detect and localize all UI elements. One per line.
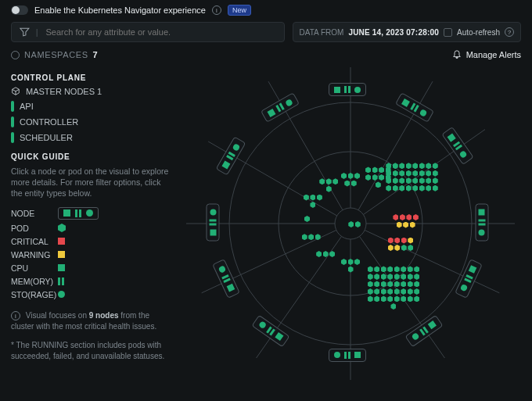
pod-cluster[interactable]	[301, 195, 325, 209]
critical-glyph	[58, 238, 65, 245]
quick-guide-heading: QUICK GUIDE	[11, 152, 169, 161]
cluster-wheel[interactable]	[177, 67, 524, 380]
namespaces-label: NAMESPACES	[24, 50, 88, 59]
data-from-label: DATA FROM	[300, 28, 344, 37]
pod-cluster[interactable]	[317, 178, 340, 192]
data-from-pill[interactable]: DATA FROM JUNE 14, 2023 07:28:00 Auto-re…	[293, 22, 521, 42]
pod-cluster[interactable]	[296, 216, 319, 222]
data-from-value: JUNE 14, 2023 07:28:00	[348, 28, 439, 37]
legend-node[interactable]: NODE	[11, 207, 169, 220]
footnote-running: * The RUNNING section includes pods with…	[11, 340, 169, 362]
controller-label: CONTROLLER	[20, 117, 78, 127]
filter-icon	[20, 27, 30, 37]
node-glyph	[58, 207, 99, 220]
legend-critical[interactable]: CRITICAL	[11, 237, 169, 246]
manage-alerts-button[interactable]: Manage Alerts	[452, 50, 521, 59]
control-plane-heading: CONTROL PLANE	[11, 73, 169, 82]
legend-node-label: NODE	[11, 209, 52, 218]
pod-cluster[interactable]	[385, 163, 440, 192]
pod-cluster[interactable]	[339, 173, 362, 187]
cpu-glyph	[58, 264, 65, 271]
node-capsule[interactable]	[329, 83, 366, 96]
namespaces-count: 7	[93, 50, 99, 59]
storage-glyph	[58, 291, 65, 298]
info-icon: i	[11, 311, 20, 320]
footnote-focus: i Visual focuses on 9 nodes from the clu…	[11, 310, 169, 332]
pod-cluster[interactable]	[314, 251, 337, 257]
api-label: API	[20, 102, 34, 111]
feature-toggle-label: Enable the Kubernetes Navigator experien…	[34, 5, 206, 15]
pod-cluster[interactable]	[386, 238, 415, 252]
status-bar-icon	[11, 132, 14, 143]
info-icon[interactable]: i	[212, 5, 221, 15]
legend-warning[interactable]: WARNING	[11, 250, 169, 260]
legend-cpu-label: CPU	[11, 263, 52, 273]
namespaces-summary[interactable]: NAMESPACES 7	[11, 50, 98, 59]
scheduler-item[interactable]: SCHEDULER	[11, 132, 169, 143]
help-icon[interactable]: ?	[505, 27, 514, 37]
bell-icon	[452, 50, 462, 59]
legend-critical-label: CRITICAL	[11, 237, 52, 246]
autorefresh-checkbox[interactable]	[444, 28, 452, 37]
new-badge: New	[228, 5, 251, 16]
legend-memory[interactable]: MEM(ORY)	[11, 277, 169, 286]
legend-storage[interactable]: STO(RAGE)	[11, 290, 169, 299]
api-item[interactable]: API	[11, 101, 169, 112]
status-bar-icon	[11, 101, 14, 112]
namespace-icon	[11, 51, 20, 59]
pod-cluster[interactable]	[392, 214, 420, 228]
node-capsule[interactable]	[475, 204, 488, 242]
master-nodes-label: MASTER NODES 1	[26, 87, 102, 96]
quick-guide-body: Click a node or pod on the visual to exp…	[11, 166, 169, 199]
warning-glyph	[58, 251, 65, 258]
legend-cpu[interactable]: CPU	[11, 263, 169, 273]
pod-glyph	[58, 224, 66, 232]
feature-toggle[interactable]	[11, 5, 28, 15]
search-input[interactable]	[45, 27, 276, 38]
legend-storage-label: STO(RAGE)	[11, 290, 52, 299]
controller-item[interactable]: CONTROLLER	[11, 116, 169, 127]
legend-warning-label: WARNING	[11, 250, 52, 260]
pod-cluster[interactable]	[300, 234, 323, 240]
legend-pod[interactable]: POD	[11, 224, 169, 233]
autorefresh-label: Auto-refresh	[457, 28, 500, 37]
pod-cluster[interactable]	[339, 259, 362, 273]
node-capsule[interactable]	[329, 349, 366, 362]
status-bar-icon	[11, 116, 14, 127]
cube-icon	[11, 87, 20, 96]
legend-memory-label: MEM(ORY)	[11, 277, 52, 286]
scheduler-label: SCHEDULER	[20, 133, 73, 142]
node-capsule[interactable]	[207, 204, 220, 242]
search-bar[interactable]: |	[11, 22, 285, 42]
master-nodes-item[interactable]: MASTER NODES 1	[11, 87, 169, 96]
pod-cluster[interactable]	[366, 266, 421, 310]
manage-alerts-label: Manage Alerts	[466, 50, 521, 59]
memory-glyph	[58, 277, 64, 285]
legend-pod-label: POD	[11, 224, 52, 233]
